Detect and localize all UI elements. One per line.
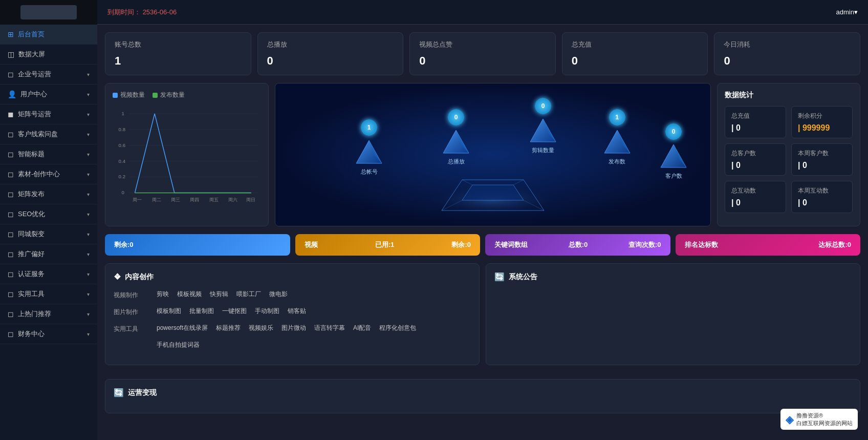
sidebar-label-users: 用户中心 bbox=[20, 90, 47, 99]
sidebar-label-material: 素材-创作中心 bbox=[18, 170, 60, 179]
content-link-0-3[interactable]: 喂影工厂 bbox=[234, 289, 263, 300]
middle-row: 视频数量 发布数量 1 0.8 0.6 0.4 0.2 0 bbox=[105, 83, 860, 226]
usage-total-3: 达标总数:0 bbox=[818, 240, 851, 249]
pyramid-circle-1: 0 bbox=[448, 109, 464, 125]
stat-value-1: 0 bbox=[267, 54, 394, 68]
content-link-1-4[interactable]: 销客贴 bbox=[286, 306, 308, 317]
sidebar-item-material[interactable]: ◻ 素材-创作中心 ▾ bbox=[0, 164, 97, 184]
sidebar-label-enterprise: 企业号运营 bbox=[18, 70, 51, 79]
chevron-icon-users: ▾ bbox=[87, 92, 90, 97]
stat-label-0: 账号总数 bbox=[115, 40, 242, 49]
sidebar-item-users[interactable]: 👤 用户中心 ▾ bbox=[0, 85, 97, 104]
content-icon: ❖ bbox=[114, 272, 121, 282]
usage-used-1: 已用:1 bbox=[375, 240, 395, 249]
sidebar-icon-material: ◻ bbox=[8, 170, 14, 178]
stats-sub-value-0: | 0 bbox=[731, 123, 779, 133]
sidebar-item-seo[interactable]: ◻ SEO优化 ▾ bbox=[0, 204, 97, 224]
content-link-2-2[interactable]: 视频娱乐 bbox=[247, 323, 275, 333]
stat-label-4: 今日消耗 bbox=[724, 40, 851, 49]
content-link-0-4[interactable]: 微电影 bbox=[267, 289, 290, 300]
chart-svg: 1 0.8 0.6 0.4 0.2 0 周一 周二 周三 bbox=[113, 104, 261, 207]
sidebar-item-customer[interactable]: ◻ 客户线索问盘 ▾ bbox=[0, 124, 97, 144]
chevron-icon-seo: ▾ bbox=[87, 212, 90, 217]
content-link-2-5[interactable]: AI配音 bbox=[351, 323, 373, 333]
content-link-1-3[interactable]: 手动制图 bbox=[253, 306, 281, 317]
content-link-2-4[interactable]: 语言转字幕 bbox=[312, 323, 347, 333]
chevron-icon-promote: ▾ bbox=[87, 252, 90, 257]
sidebar-item-left-datascreen: ◫ 数据大屏 bbox=[8, 50, 45, 59]
chevron-icon-auth: ▾ bbox=[87, 271, 90, 277]
svg-marker-26 bbox=[356, 140, 382, 163]
content-row-label-3 bbox=[114, 340, 149, 342]
sidebar-item-left-users: 👤 用户中心 bbox=[8, 90, 47, 99]
svg-line-23 bbox=[513, 180, 524, 185]
content-link-2-1[interactable]: 标题推荐 bbox=[214, 323, 243, 333]
operations-title: 运营变现 bbox=[128, 388, 157, 397]
content-link-0-0[interactable]: 剪映 bbox=[155, 289, 171, 300]
sidebar-item-left-dashboard: ⊞ 后台首页 bbox=[8, 30, 45, 39]
system-notice-header: 🔄 系统公告 bbox=[494, 272, 852, 282]
content-link-1-1[interactable]: 批量制图 bbox=[187, 306, 216, 317]
sidebar-item-matrixpub[interactable]: ◻ 矩阵发布 ▾ bbox=[0, 184, 97, 204]
stats-sub-value-5: | 0 bbox=[798, 198, 846, 207]
sidebar-label-promote: 推广偏好 bbox=[18, 249, 45, 259]
usage-card-2: 关键词数组总数:0查询次数:0 bbox=[485, 234, 670, 256]
chevron-icon-enterprise: ▾ bbox=[87, 72, 90, 77]
admin-menu[interactable]: admin▾ bbox=[836, 8, 858, 16]
pyramid-container: 1 总帐号 0 总播放 0 bbox=[275, 83, 710, 226]
main-content: 到期时间： 2536-06-06 admin▾ 账号总数 1 总播放 0 视频总… bbox=[97, 0, 868, 440]
sidebar-label-datascreen: 数据大屏 bbox=[18, 50, 45, 59]
sidebar-icon-finance: ◻ bbox=[8, 330, 14, 338]
sidebar-item-left-customer: ◻ 客户线索问盘 bbox=[8, 130, 58, 139]
sidebar-item-city[interactable]: ◻ 同城裂变 ▾ bbox=[0, 224, 97, 244]
usage-row: 剩余:0视频已用:1剩余:0关键词数组总数:0查询次数:0排名达标数达标总数:0 bbox=[105, 234, 860, 256]
sidebar-icon-dashboard: ⊞ bbox=[8, 30, 14, 38]
sidebar-icon-auth: ◻ bbox=[8, 270, 14, 278]
sidebar-logo bbox=[0, 0, 97, 25]
sidebar-label-hot: 上热门推荐 bbox=[18, 309, 51, 319]
pyramid-tri-2 bbox=[528, 116, 558, 144]
content-link-3-0[interactable]: 手机自拍提词器 bbox=[155, 340, 202, 350]
chevron-icon-smart: ▾ bbox=[87, 152, 90, 157]
sidebar-label-seo: SEO优化 bbox=[18, 209, 45, 219]
operations-card: 🔄 运营变现 bbox=[105, 379, 860, 413]
watermark: ◈ 撸撸资源® 白嫖互联网资源的网站 bbox=[780, 409, 858, 430]
chevron-icon-customer: ▾ bbox=[87, 132, 90, 137]
content-link-1-2[interactable]: 一键抠图 bbox=[220, 306, 249, 317]
sidebar-item-finance[interactable]: ◻ 财务中心 ▾ bbox=[0, 324, 97, 344]
sidebar-item-auth[interactable]: ◻ 认证服务 ▾ bbox=[0, 264, 97, 284]
sidebar-item-smart[interactable]: ◻ 智能标题 ▾ bbox=[0, 144, 97, 164]
sidebar-label-smart: 智能标题 bbox=[18, 150, 45, 159]
content-row-1: 图片制作 模板制图批量制图一键抠图手动制图销客贴 bbox=[114, 306, 471, 317]
sidebar-item-matrix[interactable]: ◼ 矩阵号运营 ▾ bbox=[0, 104, 97, 124]
svg-text:0.4: 0.4 bbox=[119, 158, 126, 164]
sidebar-item-promote[interactable]: ◻ 推广偏好 ▾ bbox=[0, 244, 97, 264]
sidebar-item-dashboard[interactable]: ⊞ 后台首页 bbox=[0, 25, 97, 45]
sidebar-item-left-promote: ◻ 推广偏好 bbox=[8, 249, 45, 259]
sidebar-item-datascreen[interactable]: ◫ 数据大屏 bbox=[0, 45, 97, 65]
sidebar-icon-enterprise: ◻ bbox=[8, 70, 14, 78]
svg-text:周六: 周六 bbox=[228, 197, 237, 202]
sidebar-item-enterprise[interactable]: ◻ 企业号运营 ▾ bbox=[0, 65, 97, 85]
content-links-0: 剪映模板视频快剪辑喂影工厂微电影 bbox=[155, 289, 471, 300]
stats-panel-title: 数据统计 bbox=[725, 91, 853, 100]
content-link-2-3[interactable]: 图片微动 bbox=[279, 323, 308, 333]
stats-sub-label-1: 剩余积分 bbox=[798, 112, 846, 120]
sidebar-item-left-seo: ◻ SEO优化 bbox=[8, 209, 45, 219]
sidebar-item-hot[interactable]: ◻ 上热门推荐 ▾ bbox=[0, 304, 97, 324]
stat-card-4: 今日消耗 0 bbox=[714, 32, 860, 75]
content-links-3: 手机自拍提词器 bbox=[155, 340, 471, 350]
content-link-2-0[interactable]: powersoft在线录屏 bbox=[155, 323, 210, 333]
content-link-2-6[interactable]: 程序化创意包 bbox=[377, 323, 418, 333]
content-link-0-2[interactable]: 快剪辑 bbox=[208, 289, 230, 300]
notice-title: 系统公告 bbox=[509, 273, 537, 282]
stats-sub-value-2: | 0 bbox=[731, 161, 779, 170]
sidebar-item-left-tools: ◻ 实用工具 bbox=[8, 289, 45, 299]
content-links-1: 模板制图批量制图一键抠图手动制图销客贴 bbox=[155, 306, 471, 317]
usage-card-3: 排名达标数达标总数:0 bbox=[676, 234, 861, 256]
sidebar-item-tools[interactable]: ◻ 实用工具 ▾ bbox=[0, 284, 97, 304]
content-link-1-0[interactable]: 模板制图 bbox=[155, 306, 183, 317]
content-link-0-1[interactable]: 模板视频 bbox=[175, 289, 204, 300]
pyramid-circle-2: 0 bbox=[535, 98, 551, 114]
sidebar-icon-tools: ◻ bbox=[8, 290, 14, 298]
